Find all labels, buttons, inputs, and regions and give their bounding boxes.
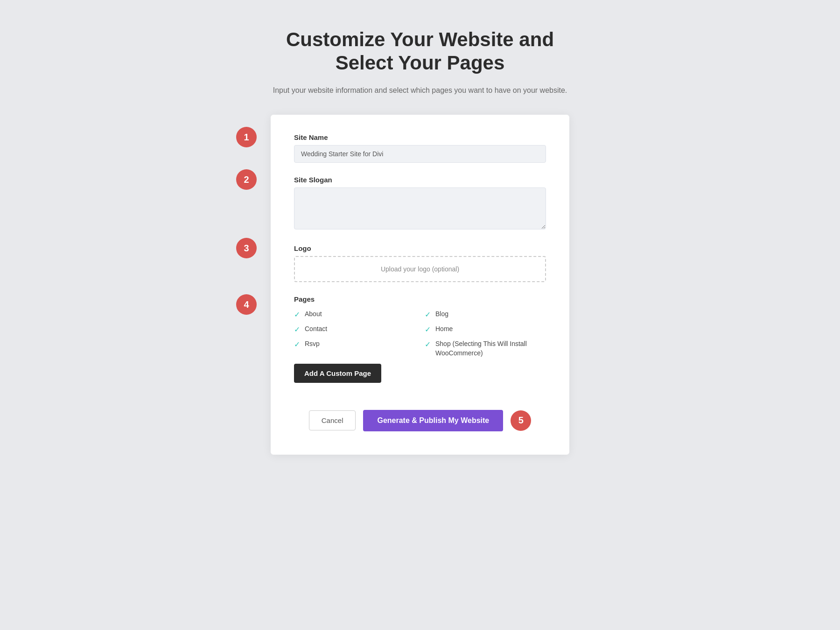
site-slogan-textarea[interactable] (294, 187, 546, 229)
site-name-section: 1 Site Name (294, 133, 546, 163)
list-item[interactable]: ✓ Contact (294, 325, 415, 334)
list-item[interactable]: ✓ About (294, 310, 415, 319)
check-icon: ✓ (294, 325, 300, 334)
site-name-input[interactable] (294, 145, 546, 163)
pages-section: 4 Pages ✓ About ✓ Blog ✓ Contact ✓ Home … (294, 295, 546, 396)
form-card: 1 Site Name 2 Site Slogan 3 Logo Upload … (271, 115, 569, 454)
site-slogan-label: Site Slogan (294, 176, 546, 184)
add-custom-page-button[interactable]: Add A Custom Page (294, 364, 381, 383)
list-item[interactable]: ✓ Shop (Selecting This Will Install WooC… (425, 339, 546, 358)
list-item[interactable]: ✓ Home (425, 325, 546, 334)
page-title: Customize Your Website and Select Your P… (273, 28, 567, 75)
check-icon: ✓ (425, 340, 431, 349)
list-item[interactable]: ✓ Rsvp (294, 339, 415, 358)
pages-label: Pages (294, 295, 546, 303)
check-icon: ✓ (425, 325, 431, 334)
check-icon: ✓ (294, 340, 300, 349)
page-item-label: Contact (305, 325, 327, 334)
check-icon: ✓ (294, 310, 300, 319)
page-item-label: Shop (Selecting This Will Install WooCom… (435, 339, 546, 358)
form-actions: Cancel Generate & Publish My Website 5 (294, 410, 546, 431)
page-header: Customize Your Website and Select Your P… (273, 28, 567, 96)
publish-button[interactable]: Generate & Publish My Website (363, 410, 503, 431)
pages-grid: ✓ About ✓ Blog ✓ Contact ✓ Home ✓ Rsvp ✓… (294, 310, 546, 358)
page-item-label: About (305, 310, 322, 319)
page-item-label: Home (435, 325, 453, 334)
list-item[interactable]: ✓ Blog (425, 310, 546, 319)
step-5-badge: 5 (511, 410, 531, 431)
logo-label: Logo (294, 244, 546, 252)
cancel-button[interactable]: Cancel (309, 410, 356, 430)
page-item-label: Blog (435, 310, 448, 319)
page-subtitle: Input your website information and selec… (273, 84, 567, 97)
page-item-label: Rsvp (305, 339, 320, 349)
check-icon: ✓ (425, 310, 431, 319)
site-name-label: Site Name (294, 133, 546, 141)
logo-upload-button[interactable]: Upload your logo (optional) (294, 256, 546, 282)
logo-section: 3 Logo Upload your logo (optional) (294, 244, 546, 282)
site-slogan-section: 2 Site Slogan (294, 176, 546, 231)
